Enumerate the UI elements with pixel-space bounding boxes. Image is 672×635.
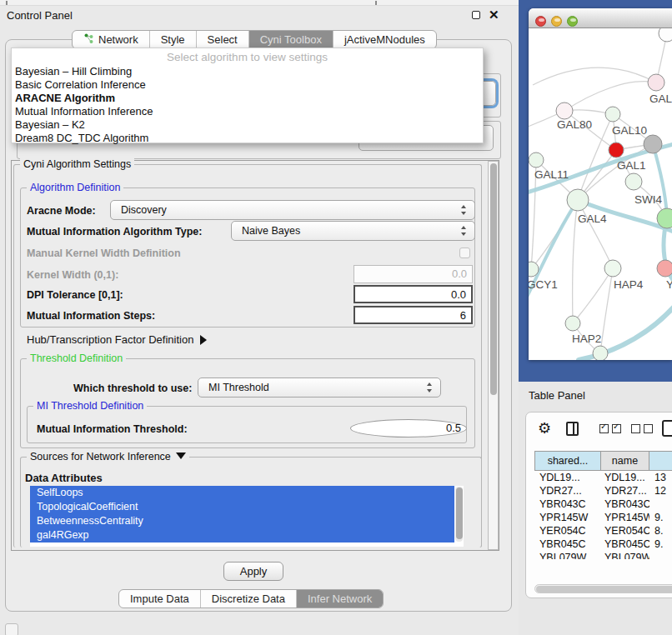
network-node-gal4[interactable] — [567, 189, 589, 211]
node-label-gal10: GAL10 — [612, 124, 647, 137]
table-row[interactable]: YER054CYER054C8. — [534, 524, 672, 538]
tab-label: Select — [208, 33, 238, 46]
settings-vertical-scrollbar[interactable] — [488, 161, 499, 550]
network-node-swi4[interactable] — [625, 173, 642, 190]
network-node-gal[interactable] — [648, 74, 664, 91]
table-row[interactable]: YDL19...YDL19...13 — [534, 471, 672, 484]
network-graph-canvas[interactable]: GALGAL80GAL10GAL1GAL11SWI4GAL4GCY1HAP4YH… — [529, 28, 672, 360]
algorithm-option-bayesian-hill-climbing[interactable]: Bayesian – Hill Climbing — [12, 65, 483, 78]
scrollbar-thumb[interactable] — [536, 586, 672, 592]
window-grip-icon[interactable] — [5, 623, 18, 635]
attributes-scrollbar[interactable] — [455, 487, 463, 542]
table-row[interactable]: YPR145WYPR145W9. — [534, 511, 672, 524]
aracne-mode-combobox[interactable]: Discovery — [110, 200, 475, 220]
tab-jactivemnodules[interactable]: jActiveMNodules — [333, 31, 436, 48]
unselect-all-columns-icon[interactable] — [631, 424, 653, 433]
mac-zoom-icon[interactable] — [567, 16, 578, 27]
aracne-mode-value: Discovery — [121, 204, 167, 216]
kernel-width-label: Kernel Width (0,1): — [27, 269, 118, 281]
tab-impute-data[interactable]: Impute Data — [119, 590, 200, 608]
mac-minimize-icon[interactable] — [551, 16, 562, 27]
algorithm-option-bayesian-k2[interactable]: Bayesian – K2 — [12, 118, 483, 132]
network-node-hap2[interactable] — [565, 316, 580, 331]
application-screen: Control Panel ✕ NetworkStyleSelectCyni T… — [0, 0, 672, 635]
network-window-titlebar[interactable] — [529, 8, 672, 28]
network-node[interactable] — [593, 346, 608, 360]
network-node-hap4[interactable] — [604, 260, 621, 277]
node-label-swi4: SWI4 — [634, 193, 662, 206]
scrollbar-thumb[interactable] — [456, 488, 463, 539]
network-node-gal11[interactable] — [529, 152, 544, 168]
which-threshold-combobox[interactable]: MI Threshold — [198, 378, 441, 398]
tab-label: Cyni Toolbox — [260, 33, 322, 46]
table-row[interactable]: YBR043CYBR043C — [534, 498, 672, 511]
algorithm-option-aracne-algorithm[interactable]: ARACNE Algorithm — [12, 92, 483, 105]
data-attributes-list: SelfLoopsTopologicalCoefficientBetweenne… — [30, 486, 464, 547]
tab-network[interactable]: Network — [73, 31, 149, 48]
which-threshold-value: MI Threshold — [208, 382, 269, 393]
table-options-gear-icon[interactable]: ⚙ — [538, 419, 551, 437]
data-attributes-label: Data Attributes — [25, 472, 103, 484]
table-cell: YPR145W — [601, 511, 649, 524]
attribute-item-betweennesscentrality[interactable]: BetweennessCentrality — [30, 514, 454, 528]
mutual-information-threshold-label: Mutual Information Threshold: — [37, 423, 188, 435]
apply-button[interactable]: Apply — [223, 562, 283, 581]
tab-style[interactable]: Style — [149, 31, 196, 48]
attribute-item-topologicalcoefficient[interactable]: TopologicalCoefficient — [30, 500, 454, 514]
dpi-tolerance-field[interactable]: 0.0 — [354, 285, 473, 303]
function-builder-icon[interactable] — [662, 420, 672, 437]
mac-close-icon[interactable] — [535, 16, 546, 27]
tab-cyni-toolbox[interactable]: Cyni Toolbox — [248, 31, 333, 48]
hub-definition-expander[interactable]: Hub/Transcription Factor Definition — [27, 333, 207, 346]
table-rows: YDL19...YDL19...13YDR27...YDR27...12YBR0… — [534, 471, 672, 559]
tab-label: Style — [161, 33, 185, 46]
table-cell: YBL079W — [534, 551, 601, 559]
algorithm-option-dream8-dc-tdc-algorithm[interactable]: Dream8 DC_TDC Algorithm — [12, 132, 483, 145]
combo-spinner-icon — [460, 226, 467, 236]
attribute-item-gal4rgexp[interactable]: gal4RGexp — [30, 528, 454, 542]
close-icon[interactable]: ✕ — [489, 8, 499, 22]
algorithm-dropdown-popup: Select algorithm to view settings Bayesi… — [11, 48, 484, 143]
algorithm-option-basic-correlation-inference[interactable]: Basic Correlation Inference — [12, 78, 483, 92]
float-window-icon[interactable] — [472, 11, 480, 19]
kernel-width-field[interactable]: 0.0 — [354, 265, 473, 283]
table-header-row: shared...name — [534, 451, 672, 471]
manual-kernel-width-checkbox[interactable] — [459, 248, 470, 258]
threshold-definition-title: Threshold Definition — [27, 352, 126, 364]
mi-steps-field[interactable]: 6 — [354, 306, 473, 324]
column-header-shared[interactable]: shared... — [534, 451, 601, 471]
cytopanel-tabs: NetworkStyleSelectCyni ToolboxjActiveMNo… — [72, 30, 437, 49]
tab-label: Impute Data — [130, 592, 189, 605]
network-node[interactable] — [659, 28, 672, 42]
column-header-col2[interactable] — [649, 451, 672, 471]
table-row[interactable]: YBL079WYBL079W — [534, 551, 672, 559]
network-node-y[interactable] — [657, 260, 672, 277]
attribute-item-selfloops[interactable]: SelfLoops — [30, 486, 454, 500]
table-row[interactable]: YBR045CYBR045C9. — [534, 538, 672, 551]
network-node-gal10[interactable] — [605, 107, 620, 122]
network-node-gal1[interactable] — [609, 142, 624, 158]
mutual-information-threshold-field[interactable]: 0.5 — [350, 419, 467, 438]
tab-select[interactable]: Select — [196, 31, 248, 48]
algorithm-option-mutual-information-inference[interactable]: Mutual Information Inference — [12, 105, 483, 118]
mi-algorithm-type-combobox[interactable]: Naive Bayes — [231, 221, 475, 241]
cyni-mode-tabs: Impute DataDiscretize DataInfer Network — [118, 589, 384, 608]
table-horizontal-scrollbar[interactable] — [534, 584, 672, 593]
combo-spinner-icon — [460, 205, 467, 215]
aracne-mode-label: Aracne Mode: — [27, 205, 96, 217]
scrollbar-thumb[interactable] — [490, 163, 497, 395]
algorithm-dropdown-placeholder: Select algorithm to view settings — [12, 51, 483, 63]
node-label-y: Y — [666, 278, 672, 291]
network-node[interactable] — [644, 135, 662, 153]
network-node-gal80[interactable] — [556, 102, 573, 119]
table-row[interactable]: YDR27...YDR27...12 — [534, 484, 672, 498]
table-cell: YBR045C — [534, 538, 601, 551]
table-cell: YDL19... — [534, 471, 601, 484]
tab-label: Network — [98, 33, 138, 46]
tab-infer-network[interactable]: Infer Network — [296, 590, 383, 608]
show-columns-icon[interactable] — [566, 422, 579, 436]
dpi-tolerance-label: DPI Tolerance [0,1]: — [27, 289, 123, 301]
tab-discretize-data[interactable]: Discretize Data — [200, 590, 296, 608]
column-header-name[interactable]: name — [601, 451, 649, 471]
select-all-columns-icon[interactable] — [599, 424, 621, 433]
